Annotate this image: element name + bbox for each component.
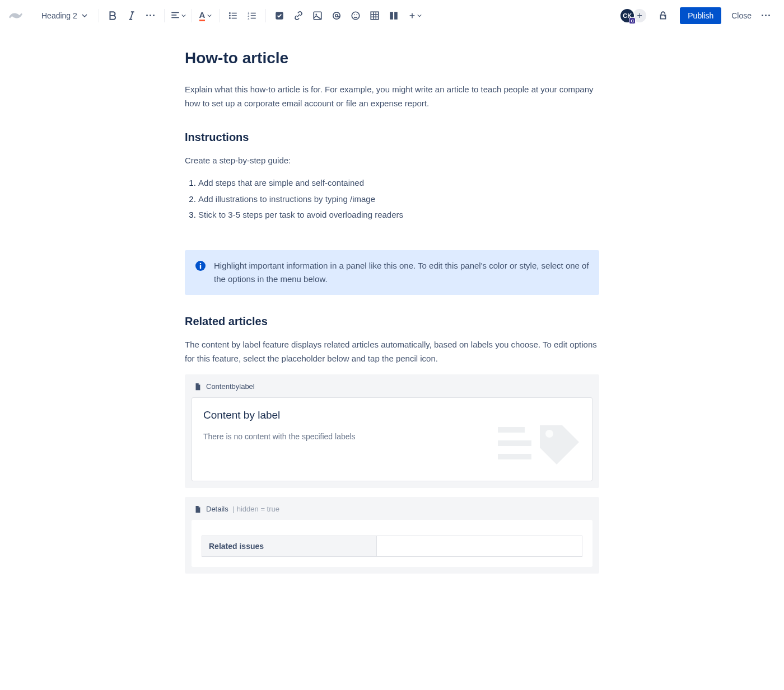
svg-point-8 [315,13,317,15]
macro-header: Contentbylabel [192,381,592,392]
image-button[interactable] [309,7,326,25]
macro-body: Content by label There is no content wit… [192,397,592,481]
editor-toolbar: Heading 2 ··· A 123 [0,0,784,31]
svg-point-23 [545,430,553,438]
editor-content[interactable]: How-to article Explain what this how-to … [162,31,622,607]
confluence-logo [9,9,22,22]
table-button[interactable] [366,7,384,25]
macro-header: Details | hidden = true [192,504,592,514]
info-panel-text[interactable]: Highlight important information in a pan… [214,259,589,286]
tag-illustration-icon [498,417,582,473]
svg-point-9 [333,12,340,19]
action-item-button[interactable] [270,7,288,25]
separator [99,9,99,22]
contentbylabel-macro[interactable]: Contentbylabel Content by label There is… [185,374,599,488]
bullet-list-button[interactable] [224,7,242,25]
svg-rect-16 [394,12,398,20]
svg-rect-20 [498,427,525,433]
avatar-badge: C [629,17,636,24]
mention-button[interactable] [328,7,346,25]
related-heading[interactable]: Related articles [185,315,599,328]
emoji-button[interactable] [347,7,365,25]
numbered-list-button[interactable]: 123 [243,7,261,25]
more-formatting-button[interactable]: ··· [142,7,160,25]
chevron-down-icon [417,11,422,21]
table-cell-label[interactable]: Related issues [202,536,377,557]
list-item[interactable]: Stick to 3-5 steps per task to avoid ove… [198,207,599,223]
info-icon [195,260,206,271]
svg-point-2 [229,17,231,19]
more-actions-button[interactable]: ··· [757,7,775,25]
text-color-button[interactable]: A [197,7,214,25]
publish-button[interactable]: Publish [680,7,721,24]
svg-rect-15 [390,12,393,20]
svg-point-18 [200,262,202,264]
instructions-heading[interactable]: Instructions [185,131,599,144]
separator [219,9,220,22]
details-table[interactable]: Related issues [202,536,582,557]
svg-point-11 [352,12,360,20]
link-button[interactable] [290,7,307,25]
svg-rect-21 [498,440,531,446]
svg-point-0 [229,12,231,14]
close-button[interactable]: Close [726,7,757,24]
chevron-down-icon [207,11,212,21]
svg-point-1 [229,15,231,17]
collaborators: CK C + [619,8,647,24]
details-macro[interactable]: Details | hidden = true Related issues [185,497,599,574]
instructions-lead[interactable]: Create a step-by-step guide: [185,154,599,168]
table-row: Related issues [202,536,582,557]
chevron-down-icon [181,11,186,21]
page-title[interactable]: How-to article [185,49,599,67]
text-style-select[interactable]: Heading 2 [36,8,94,24]
layouts-button[interactable] [385,7,403,25]
svg-rect-22 [498,454,531,459]
table-cell-value[interactable] [377,536,582,557]
svg-rect-19 [200,265,201,269]
list-item[interactable]: Add steps that are simple and self-conta… [198,175,599,191]
svg-text:3: 3 [248,17,249,21]
intro-paragraph[interactable]: Explain what this how-to article is for.… [185,83,599,111]
separator [192,9,192,22]
steps-list[interactable]: Add steps that are simple and self-conta… [198,175,599,223]
document-icon [194,383,202,391]
restrictions-button[interactable] [654,7,672,25]
separator [265,9,266,22]
alignment-button[interactable] [169,7,187,25]
chevron-down-icon [82,13,87,18]
info-panel[interactable]: Highlight important information in a pan… [185,250,599,295]
document-icon [194,505,202,513]
bold-button[interactable] [104,7,122,25]
separator [164,9,165,22]
svg-point-13 [356,14,357,15]
user-avatar[interactable]: CK C [619,8,635,24]
italic-button[interactable] [123,7,141,25]
svg-point-12 [354,14,355,15]
text-style-label: Heading 2 [41,11,77,20]
insert-button[interactable] [404,7,426,25]
list-item[interactable]: Add illustrations to instructions by typ… [198,191,599,208]
svg-rect-14 [371,12,379,20]
related-lead[interactable]: The content by label feature displays re… [185,338,599,366]
